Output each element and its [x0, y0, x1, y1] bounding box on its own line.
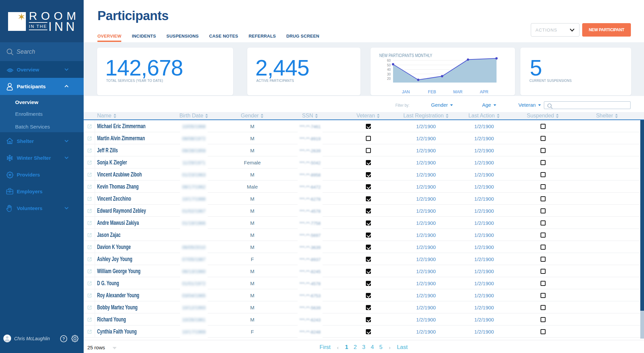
svg-text:MAR: MAR: [453, 90, 463, 94]
svg-text:JAN: JAN: [402, 90, 410, 94]
svg-text:30: 30: [387, 72, 391, 76]
svg-text:60: 60: [387, 59, 391, 62]
svg-text:FEB: FEB: [428, 90, 436, 94]
svg-text:?: ?: [62, 337, 65, 341]
svg-text:50: 50: [387, 63, 391, 67]
svg-text:40: 40: [387, 68, 391, 71]
svg-text:APR: APR: [480, 90, 488, 94]
svg-text:20: 20: [387, 77, 391, 81]
